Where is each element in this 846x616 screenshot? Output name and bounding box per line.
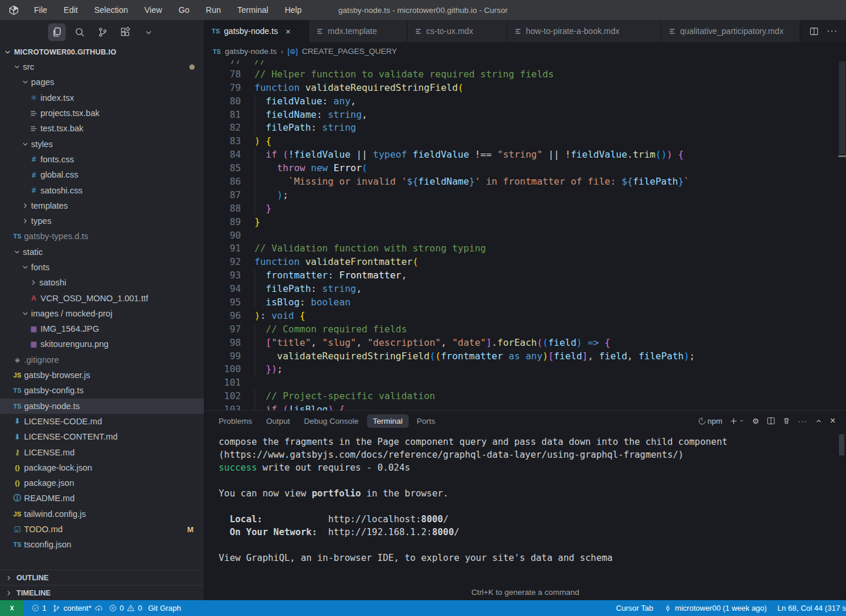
tree-file-gatsby-browser-js[interactable]: JSgatsby-browser.js (0, 367, 204, 383)
panel-more-icon[interactable]: ··· (798, 417, 807, 426)
tree-file-global-css[interactable]: #global.css (0, 167, 204, 182)
search-icon[interactable] (71, 23, 89, 41)
tab-mdx-template[interactable]: mdx.template (309, 20, 407, 42)
tree-file-gatsby-types-d-ts[interactable]: TSgatsby-types.d.ts (0, 229, 204, 244)
breadcrumb-symbol[interactable]: CREATE_PAGES_QUERY (302, 47, 397, 56)
code-line[interactable]: 77// (205, 60, 846, 68)
code-line[interactable]: 100 }); (205, 363, 846, 376)
tree-file-gatsby-node-ts[interactable]: TSgatsby-node.ts (0, 399, 204, 414)
code-line[interactable]: 87 ); (205, 189, 846, 202)
terminal-output[interactable]: compose the fragments in the Page compon… (205, 431, 846, 600)
source-control-icon[interactable] (94, 23, 111, 41)
editor-scrollbar[interactable] (839, 62, 845, 154)
panel-tab-debug-console[interactable]: Debug Console (298, 414, 365, 428)
code-line[interactable]: 93 frontmatter: Frontmatter, (205, 269, 846, 283)
tree-file-tailwind-config-js[interactable]: JStailwind.config.js (0, 506, 204, 522)
tree-folder-templates[interactable]: templates (0, 198, 204, 213)
tree-file-package-lock-json[interactable]: {}package-lock.json (0, 460, 204, 475)
menu-run[interactable]: Run (199, 4, 228, 16)
tree-folder-types[interactable]: types (0, 213, 204, 229)
section-outline[interactable]: OUTLINE (0, 570, 204, 585)
tree-file-tsconfig-json[interactable]: TStsconfig.json (0, 537, 204, 552)
code-line[interactable]: 91// Validation function with strong typ… (205, 242, 846, 256)
code-line[interactable]: 97 // Common required fields (205, 323, 846, 336)
tree-file-license-content-md[interactable]: ⬇LICENSE-CONTENT.md (0, 429, 204, 444)
panel-tab-ports[interactable]: Ports (411, 414, 441, 428)
tab-cs-to-ux-mdx[interactable]: cs-to-ux.mdx (407, 20, 507, 42)
code-line[interactable]: 80 fieldValue: any, (205, 95, 846, 108)
tree-folder-images-mocked-proj[interactable]: images / mocked-proj (0, 306, 204, 321)
close-panel-icon[interactable]: × (830, 416, 835, 426)
code-line[interactable]: 101 (205, 376, 846, 390)
explorer-root-folder[interactable]: MICROTOWER00.GITHUB.IO (0, 45, 204, 59)
tree-file-skitourenguru-png[interactable]: ▦skitourenguru.png (0, 336, 204, 352)
terminal-scrollbar[interactable] (839, 434, 844, 455)
git-graph-button[interactable]: Git Graph (148, 604, 181, 612)
menu-selection[interactable]: Selection (87, 4, 135, 16)
section-timeline[interactable]: TIMELINE (0, 585, 204, 600)
code-line[interactable]: 84 if (!fieldValue || typeof fieldValue … (205, 148, 846, 162)
tab-how-to-pirate-a-book-mdx[interactable]: how-to-pirate-a-book.mdx (507, 20, 661, 42)
code-line[interactable]: 103 if (!isBlog) { (205, 403, 846, 410)
tree-file-fonts-css[interactable]: #fonts.css (0, 152, 204, 167)
split-editor-icon[interactable] (810, 27, 818, 36)
maximize-panel-icon[interactable] (815, 417, 823, 425)
tree-file-readme-md[interactable]: ⓘREADME.md (0, 491, 204, 506)
problems-status[interactable]: 0 0 (109, 604, 142, 612)
tree-file-license-code-md[interactable]: ⬇LICENSE-CODE.md (0, 414, 204, 429)
npm-task-button[interactable]: npm (698, 417, 722, 426)
code-line[interactable]: 81 fieldName: string, (205, 108, 846, 122)
code-line[interactable]: 83) { (205, 135, 846, 148)
menu-edit[interactable]: Edit (57, 4, 85, 16)
cursor-tab-status[interactable]: Cursor Tab (616, 604, 653, 612)
cursor-position[interactable]: Ln 68, Col 44 (317 s (777, 604, 846, 612)
tree-folder-static[interactable]: static (0, 244, 204, 260)
code-line[interactable]: 89} (205, 216, 846, 229)
code-line[interactable]: 98 ["title", "slug", "description", "dat… (205, 336, 846, 350)
tree-folder-satoshi[interactable]: satoshi (0, 275, 204, 290)
panel-tab-problems[interactable]: Problems (213, 414, 258, 428)
panel-tab-output[interactable]: Output (260, 414, 296, 428)
code-line[interactable]: 102 // Project-specific validation (205, 390, 846, 403)
git-branch-status[interactable]: content* (52, 604, 103, 612)
remote-indicator[interactable] (0, 600, 23, 616)
code-editor[interactable]: 77//78// Helper function to validate req… (205, 60, 846, 410)
code-line[interactable]: 86 `Missing or invalid '${fieldName}' in… (205, 175, 846, 189)
tree-file-gatsby-config-ts[interactable]: TSgatsby-config.ts (0, 383, 204, 398)
files-icon[interactable] (48, 23, 66, 41)
new-terminal-icon[interactable] (730, 417, 745, 425)
menu-help[interactable]: Help (278, 4, 309, 16)
tree-folder-fonts[interactable]: fonts (0, 260, 204, 275)
tab-gatsby-node-ts[interactable]: TSgatsby-node.ts× (205, 20, 309, 42)
tree-file-todo-md[interactable]: ☑TODO.mdM (0, 522, 204, 537)
more-actions-icon[interactable]: ··· (827, 26, 838, 36)
code-line[interactable]: 79function validateRequiredStringField( (205, 81, 846, 95)
tree-file-index-tsx[interactable]: ⚛index.tsx (0, 90, 204, 105)
code-line[interactable]: 95 isBlog: boolean (205, 296, 846, 309)
commit-info[interactable]: microtower00 (1 week ago) (664, 604, 767, 612)
code-line[interactable]: 82 filePath: string (205, 121, 846, 135)
panel-tab-terminal[interactable]: Terminal (367, 414, 409, 428)
code-line[interactable]: 90 (205, 229, 846, 243)
menu-view[interactable]: View (137, 4, 169, 16)
tree-file-license-md[interactable]: ⚷LICENSE.md (0, 444, 204, 460)
tree-file-projects-tsx-bak[interactable]: projects.tsx.bak (0, 105, 204, 121)
tree-folder-styles[interactable]: styles (0, 136, 204, 151)
code-line[interactable]: 94 filePath: string, (205, 283, 846, 296)
menu-terminal[interactable]: Terminal (230, 4, 276, 16)
check-count[interactable]: 1 (32, 604, 46, 612)
terminal-settings-icon[interactable]: ⚙ (752, 417, 759, 426)
breadcrumb-file[interactable]: gatsby-node.ts (225, 47, 277, 56)
tree-folder-src[interactable]: src (0, 59, 204, 74)
tree-folder-pages[interactable]: pages (0, 74, 204, 90)
tree-file--gitignore[interactable]: ◈.gitignore (0, 352, 204, 367)
code-line[interactable]: 96): void { (205, 309, 846, 323)
code-line[interactable]: 85 throw new Error( (205, 162, 846, 175)
tree-file-package-json[interactable]: {}package.json (0, 475, 204, 491)
tree-file-satoshi-css[interactable]: #satoshi.css (0, 182, 204, 198)
code-line[interactable]: 78// Helper function to validate require… (205, 68, 846, 81)
menu-go[interactable]: Go (171, 4, 196, 16)
menu-file[interactable]: File (27, 4, 55, 16)
split-terminal-icon[interactable] (767, 417, 775, 425)
tree-file-test-tsx-bak[interactable]: test.tsx.bak (0, 121, 204, 136)
